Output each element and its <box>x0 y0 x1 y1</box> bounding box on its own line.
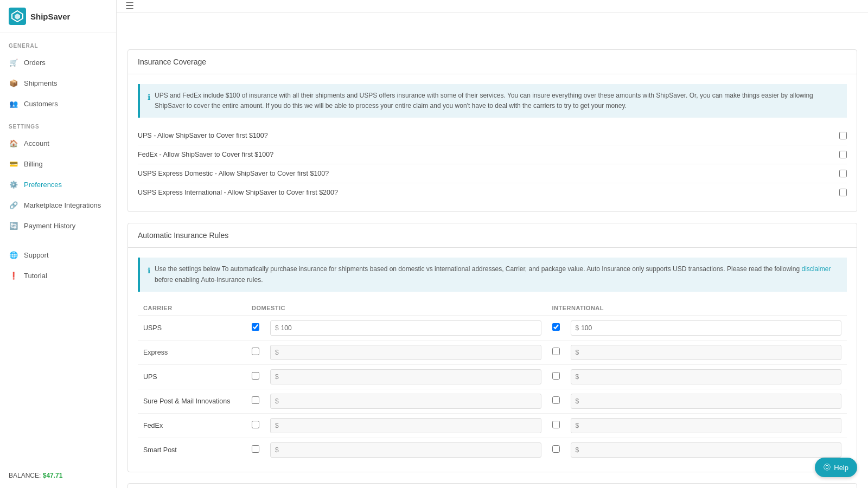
sidebar-item-billing-label: Billing <box>24 160 43 168</box>
international-checkbox-5[interactable] <box>552 445 560 453</box>
cart-icon: 🛒 <box>9 57 18 67</box>
info-icon: ℹ <box>148 91 150 103</box>
settings-section-label: SETTINGS <box>0 114 116 133</box>
domestic-checkbox-3[interactable] <box>252 396 259 404</box>
main-content: Insurance Coverage ℹ UPS and FedEx inclu… <box>117 38 868 488</box>
sidebar-item-customers[interactable]: 👥 Customers <box>0 93 116 114</box>
auto-insurance-body: ℹ Use the settings below To automaticall… <box>128 248 857 471</box>
international-checkbox-2[interactable] <box>552 372 560 380</box>
carrier-name-3: Sure Post & Mail Innovations <box>138 389 246 413</box>
carrier-name-4: FedEx <box>138 413 246 438</box>
preferences-icon: ⚙️ <box>9 179 18 189</box>
balance-amount: $47.71 <box>43 472 63 479</box>
insurance-coverage-card: Insurance Coverage ℹ UPS and FedEx inclu… <box>127 49 857 212</box>
international-amount-0[interactable] <box>581 324 624 332</box>
table-row: USPS$$ <box>138 316 847 340</box>
international-amount-3[interactable] <box>581 397 624 405</box>
balance-section: BALANCE: $47.71 <box>0 463 116 488</box>
coverage-row-ups-checkbox[interactable] <box>839 132 847 139</box>
table-row: Express$$ <box>138 340 847 364</box>
coverage-row-usps-domestic: USPS Express Domestic - Allow ShipSaver … <box>138 164 847 183</box>
domestic-checkbox-5[interactable] <box>252 445 259 453</box>
coverage-row-fedex-label: FedEx - Allow ShipSaver to Cover first $… <box>138 151 273 158</box>
domestic-amount-1[interactable] <box>281 349 324 356</box>
table-row: UPS$$ <box>138 364 847 389</box>
shipments-icon: 📦 <box>9 78 18 88</box>
sidebar-item-marketplace[interactable]: 🔗 Marketplace Integrations <box>0 195 116 215</box>
help-button[interactable]: ⓪ Help <box>815 458 857 477</box>
col-international: INTERNATIONAL <box>547 300 847 316</box>
insurance-coverage-title: Insurance Coverage <box>128 50 857 74</box>
domestic-checkbox-0[interactable] <box>252 323 259 331</box>
sidebar: ShipSaver GENERAL 🛒 Orders 📦 Shipments 👥… <box>0 0 117 488</box>
balance-label: BALANCE: <box>9 472 41 479</box>
sidebar-item-marketplace-label: Marketplace Integrations <box>24 201 101 209</box>
app-name: ShipSaver <box>30 12 70 21</box>
domestic-checkbox-2[interactable] <box>252 372 259 380</box>
coverage-row-ups: UPS - Allow ShipSaver to Cover first $10… <box>138 126 847 145</box>
sidebar-item-orders[interactable]: 🛒 Orders <box>0 52 116 73</box>
international-checkbox-1[interactable] <box>552 348 560 355</box>
auto-info-icon: ℹ <box>148 265 150 277</box>
domestic-checkbox-4[interactable] <box>252 421 259 428</box>
carrier-name-1: Express <box>138 340 246 364</box>
col-carrier: CARRIER <box>138 300 246 316</box>
sidebar-item-shipments-label: Shipments <box>24 79 57 87</box>
coverage-row-usps-domestic-label: USPS Express Domestic - Allow ShipSaver … <box>138 170 329 177</box>
sidebar-item-billing[interactable]: 💳 Billing <box>0 153 116 174</box>
sidebar-item-tutorial-label: Tutorial <box>24 272 47 280</box>
sidebar-item-account[interactable]: 🏠 Account <box>0 133 116 153</box>
billing-icon: 💳 <box>9 159 18 169</box>
sidebar-item-support[interactable]: 🌐 Support <box>0 245 116 265</box>
domestic-amount-0[interactable] <box>281 324 324 332</box>
domestic-amount-3[interactable] <box>281 397 324 405</box>
hamburger-icon[interactable]: ☰ <box>125 0 134 12</box>
logo: ShipSaver <box>0 0 116 33</box>
international-checkbox-0[interactable] <box>552 323 560 331</box>
carrier-name-5: Smart Post <box>138 438 246 462</box>
coverage-row-fedex-checkbox[interactable] <box>839 151 847 158</box>
auto-insurance-info-text: Use the settings below To automatically … <box>155 264 839 285</box>
table-row: Smart Post$$ <box>138 438 847 462</box>
coverage-row-usps-international-checkbox[interactable] <box>839 189 847 196</box>
col-domestic: DOMESTIC <box>246 300 547 316</box>
domestic-amount-4[interactable] <box>281 422 324 429</box>
coverage-row-usps-international-label: USPS Express International - Allow ShipS… <box>138 189 338 196</box>
international-amount-2[interactable] <box>581 373 624 381</box>
international-checkbox-3[interactable] <box>552 396 560 404</box>
auto-insurance-table: CARRIER DOMESTIC INTERNATIONAL USPS$$Exp… <box>138 300 847 462</box>
insurance-info-box: ℹ UPS and FedEx include $100 of insuranc… <box>138 84 847 118</box>
coverage-row-usps-international: USPS Express International - Allow ShipS… <box>138 183 847 202</box>
domestic-checkbox-1[interactable] <box>252 348 259 355</box>
international-amount-5[interactable] <box>581 446 624 454</box>
table-row: Sure Post & Mail Innovations$$ <box>138 389 847 413</box>
general-section-label: GENERAL <box>0 33 116 52</box>
help-circle-icon: ⓪ <box>824 463 831 472</box>
sidebar-item-preferences[interactable]: ⚙️ Preferences <box>0 174 116 195</box>
domestic-amount-2[interactable] <box>281 373 324 381</box>
email-preferences-card: Email Preferences <box>127 483 857 488</box>
auto-insurance-title: Automatic Insurance Rules <box>128 223 857 248</box>
sidebar-item-preferences-label: Preferences <box>24 181 62 189</box>
sidebar-item-payment-history-label: Payment History <box>24 222 75 230</box>
sidebar-item-payment-history[interactable]: 🔄 Payment History <box>0 215 116 236</box>
domestic-amount-5[interactable] <box>281 446 324 454</box>
carrier-name-0: USPS <box>138 316 246 340</box>
sidebar-item-account-label: Account <box>24 139 49 147</box>
coverage-row-usps-domestic-checkbox[interactable] <box>839 170 847 177</box>
help-label: Help <box>834 464 848 472</box>
international-checkbox-4[interactable] <box>552 421 560 428</box>
payment-history-icon: 🔄 <box>9 221 18 230</box>
sidebar-item-tutorial[interactable]: ❗ Tutorial <box>0 265 116 286</box>
international-amount-4[interactable] <box>581 422 624 429</box>
sidebar-item-customers-label: Customers <box>24 100 58 108</box>
marketplace-icon: 🔗 <box>9 200 18 210</box>
international-amount-1[interactable] <box>581 349 624 356</box>
logo-icon <box>9 8 26 25</box>
insurance-info-text: UPS and FedEx include $100 of insurance … <box>155 91 839 111</box>
sidebar-item-shipments[interactable]: 📦 Shipments <box>0 73 116 93</box>
coverage-row-fedex: FedEx - Allow ShipSaver to Cover first $… <box>138 145 847 164</box>
support-icon: 🌐 <box>9 250 18 260</box>
auto-insurance-card: Automatic Insurance Rules ℹ Use the sett… <box>127 223 857 472</box>
disclaimer-link[interactable]: disclaimer <box>801 265 831 273</box>
